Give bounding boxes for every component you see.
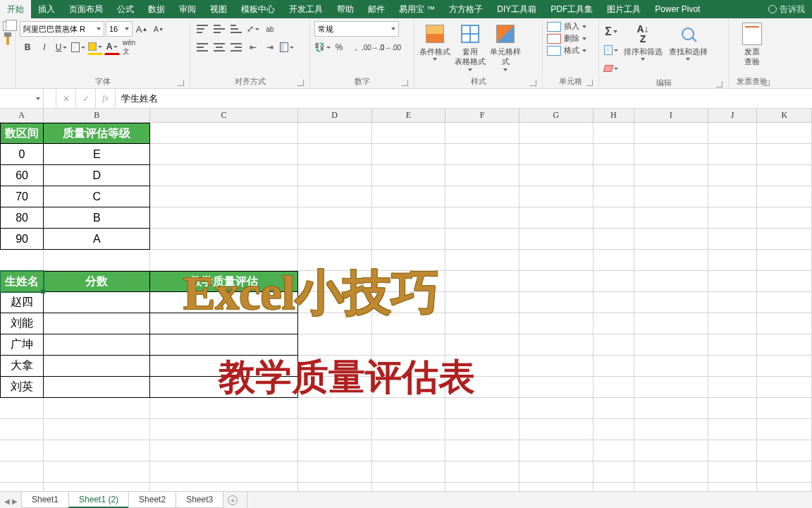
cell[interactable] [757, 123, 812, 144]
cell[interactable] [372, 313, 446, 334]
cell[interactable] [708, 186, 758, 207]
cell[interactable] [708, 250, 758, 271]
cell[interactable] [150, 313, 297, 334]
cell[interactable] [445, 377, 519, 398]
tab-ffgz[interactable]: 方方格子 [442, 0, 490, 18]
cell[interactable] [150, 461, 297, 483]
cell[interactable] [519, 292, 593, 313]
cell[interactable] [593, 419, 634, 440]
cell[interactable] [372, 144, 446, 165]
cell[interactable] [150, 250, 297, 271]
cell[interactable] [634, 292, 708, 313]
cell[interactable] [519, 440, 593, 461]
cell[interactable] [150, 440, 297, 461]
copy-icon[interactable] [3, 21, 13, 31]
cell[interactable] [593, 377, 634, 398]
cell[interactable] [519, 398, 593, 419]
enter-formula-icon[interactable]: ✓ [76, 89, 96, 108]
fill-button[interactable] [603, 42, 619, 58]
cell[interactable] [634, 123, 708, 144]
cell[interactable] [634, 419, 708, 440]
cell[interactable] [634, 165, 708, 186]
cell[interactable] [150, 356, 297, 377]
cancel-formula-icon[interactable]: ✕ [56, 89, 76, 108]
border-button[interactable] [70, 40, 86, 55]
cell[interactable] [44, 440, 150, 461]
cell[interactable] [298, 165, 372, 186]
cell[interactable] [0, 461, 44, 483]
cell[interactable] [757, 186, 812, 207]
cell[interactable] [593, 440, 634, 461]
cell[interactable] [44, 461, 150, 483]
cell[interactable] [757, 377, 812, 398]
align-center-icon[interactable] [211, 40, 227, 55]
cell[interactable] [372, 165, 446, 186]
clear-button[interactable] [603, 61, 619, 76]
cell[interactable] [44, 356, 150, 377]
font-color-button[interactable]: A [104, 40, 120, 55]
cell[interactable] [150, 292, 297, 313]
cell[interactable]: 刘能 [0, 313, 44, 334]
format-table-button[interactable]: 套用 表格格式 [454, 21, 486, 71]
cell[interactable] [445, 271, 519, 292]
cell[interactable] [519, 229, 593, 250]
cell[interactable] [757, 207, 812, 229]
col-header-D[interactable]: D [298, 109, 372, 122]
cell[interactable] [298, 356, 372, 377]
formula-input[interactable]: 学生姓名 [116, 89, 812, 108]
cell[interactable] [44, 292, 150, 313]
cell[interactable] [519, 165, 593, 186]
autosum-button[interactable]: Σ [603, 24, 619, 40]
cell[interactable]: C [44, 186, 150, 207]
cell[interactable] [519, 461, 593, 483]
cell[interactable] [593, 461, 634, 483]
cell[interactable] [519, 186, 593, 207]
align-left-icon[interactable] [195, 40, 210, 55]
cell[interactable] [593, 356, 634, 377]
cell[interactable]: 质量评估等级 [44, 123, 150, 144]
phonetic-button[interactable]: wén文 [121, 40, 137, 55]
cell[interactable]: 0 [0, 144, 44, 165]
cell[interactable] [593, 271, 634, 292]
cell[interactable] [593, 123, 634, 144]
cell[interactable] [757, 271, 812, 292]
cell[interactable]: E [44, 144, 150, 165]
cell[interactable] [445, 165, 519, 186]
cell[interactable] [298, 229, 372, 250]
cell[interactable] [634, 398, 708, 419]
cell[interactable] [298, 186, 372, 207]
cell[interactable] [445, 398, 519, 419]
tab-templates[interactable]: 模板中心 [234, 0, 282, 18]
cell[interactable] [445, 292, 519, 313]
tab-data[interactable]: 数据 [141, 0, 172, 18]
cell[interactable] [298, 123, 372, 144]
col-header-B[interactable]: B [44, 109, 150, 122]
col-header-F[interactable]: F [445, 109, 519, 122]
cell[interactable] [150, 377, 297, 398]
cell[interactable] [708, 207, 758, 229]
cell[interactable] [757, 334, 812, 356]
cell[interactable] [372, 186, 446, 207]
cell[interactable] [150, 419, 297, 440]
cell[interactable] [372, 334, 446, 356]
col-header-I[interactable]: I [634, 109, 708, 122]
cell[interactable] [708, 461, 758, 483]
cell[interactable] [708, 398, 758, 419]
increase-indent-icon[interactable]: ⇥ [262, 40, 278, 55]
cell[interactable]: 赵四 [0, 292, 44, 313]
cell[interactable] [150, 334, 297, 356]
cell[interactable] [445, 229, 519, 250]
cell[interactable] [519, 207, 593, 229]
sheet-nav-icon[interactable]: ◀ ▶ [4, 497, 18, 505]
align-middle-icon[interactable] [211, 21, 227, 37]
cell[interactable]: D [44, 165, 150, 186]
orientation-icon[interactable]: ⤢ [245, 21, 261, 37]
cell[interactable] [298, 271, 372, 292]
cell[interactable] [593, 292, 634, 313]
cell[interactable] [372, 377, 446, 398]
italic-button[interactable]: I [37, 40, 52, 55]
cell[interactable] [757, 229, 812, 250]
cell[interactable] [445, 419, 519, 440]
col-header-C[interactable]: C [150, 109, 297, 122]
cell[interactable] [44, 377, 150, 398]
